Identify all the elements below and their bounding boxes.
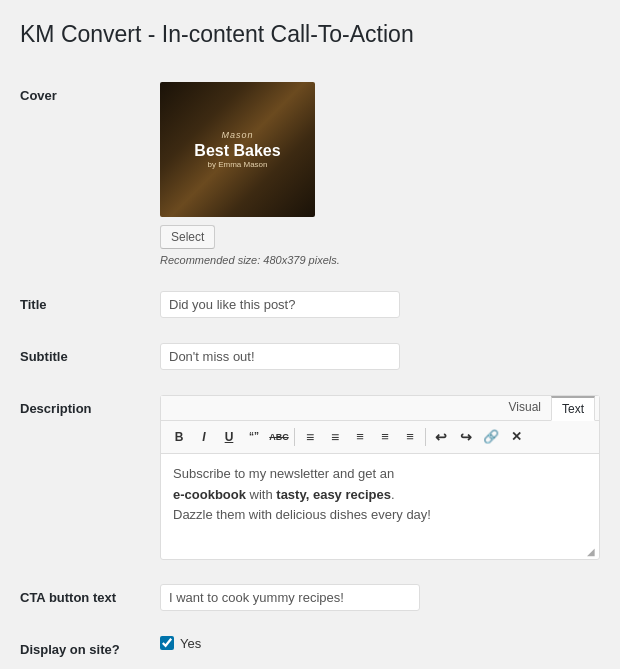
display-field: Yes	[160, 636, 600, 651]
description-field: Visual Text B I U “” ABC ≡ ≡ ≡ ≡ ≡ ↩ ↪ 🔗…	[160, 395, 600, 560]
link-button[interactable]: 🔗	[479, 425, 503, 449]
editor-toolbar: B I U “” ABC ≡ ≡ ≡ ≡ ≡ ↩ ↪ 🔗 ✕	[161, 421, 599, 454]
subtitle-row: Subtitle	[20, 331, 600, 383]
title-row: Title	[20, 279, 600, 331]
toolbar-sep-2	[425, 428, 426, 446]
cta-label: CTA button text	[20, 584, 160, 605]
blockquote-button[interactable]: “”	[242, 425, 266, 449]
italic-button[interactable]: I	[192, 425, 216, 449]
editor-line3: Dazzle them with delicious dishes every …	[173, 507, 431, 522]
cover-field: Mason Best Bakes by Emma Mason Select Re…	[160, 82, 600, 266]
recommended-size-text: Recommended size: 480x379 pixels.	[160, 254, 600, 266]
cta-input[interactable]	[160, 584, 420, 611]
display-row: Display on site? Yes	[20, 624, 600, 669]
subtitle-label: Subtitle	[20, 343, 160, 364]
bold-button[interactable]: B	[167, 425, 191, 449]
subtitle-input[interactable]	[160, 343, 400, 370]
cover-subtitle: by Emma Mason	[194, 160, 280, 169]
editor-resize-handle[interactable]: ◢	[161, 544, 599, 559]
display-checkbox[interactable]	[160, 636, 174, 650]
toolbar-sep-1	[294, 428, 295, 446]
display-yes-label: Yes	[180, 636, 201, 651]
cover-row: Cover Mason Best Bakes by Emma Mason Sel…	[20, 70, 600, 279]
tab-text[interactable]: Text	[551, 396, 595, 421]
description-row: Description Visual Text B I U “” ABC ≡ ≡…	[20, 383, 600, 572]
cta-field	[160, 584, 600, 611]
title-label: Title	[20, 291, 160, 312]
editor-tasty: tasty, easy recipes	[276, 487, 391, 502]
strikethrough-button[interactable]: ABC	[267, 425, 291, 449]
cover-brand: Mason	[194, 130, 280, 140]
editor-container: Visual Text B I U “” ABC ≡ ≡ ≡ ≡ ≡ ↩ ↪ 🔗…	[160, 395, 600, 560]
page-title: KM Convert - In-content Call-To-Action	[20, 20, 600, 50]
display-label: Display on site?	[20, 636, 160, 657]
cta-row: CTA button text	[20, 572, 600, 624]
align-right-button[interactable]: ≡	[398, 425, 422, 449]
title-field	[160, 291, 600, 318]
editor-line1: Subscribe to my newsletter and get an	[173, 466, 394, 481]
ordered-list-button[interactable]: ≡	[323, 425, 347, 449]
tab-visual[interactable]: Visual	[499, 396, 551, 421]
align-center-button[interactable]: ≡	[373, 425, 397, 449]
unordered-list-button[interactable]: ≡	[298, 425, 322, 449]
subtitle-field	[160, 343, 600, 370]
title-input[interactable]	[160, 291, 400, 318]
underline-button[interactable]: U	[217, 425, 241, 449]
cover-image: Mason Best Bakes by Emma Mason	[160, 82, 315, 217]
editor-body[interactable]: Subscribe to my newsletter and get an e-…	[161, 454, 599, 544]
cover-title: Best Bakes	[194, 142, 280, 160]
editor-ecookbook: e-cookbook	[173, 487, 246, 502]
redo-button[interactable]: ↪	[454, 425, 478, 449]
undo-button[interactable]: ↩	[429, 425, 453, 449]
remove-format-button[interactable]: ✕	[504, 425, 528, 449]
editor-period: .	[391, 487, 395, 502]
description-label: Description	[20, 395, 160, 416]
editor-tabs: Visual Text	[161, 396, 599, 421]
editor-with: with	[246, 487, 276, 502]
cover-label: Cover	[20, 82, 160, 103]
align-left-button[interactable]: ≡	[348, 425, 372, 449]
select-button[interactable]: Select	[160, 225, 215, 249]
